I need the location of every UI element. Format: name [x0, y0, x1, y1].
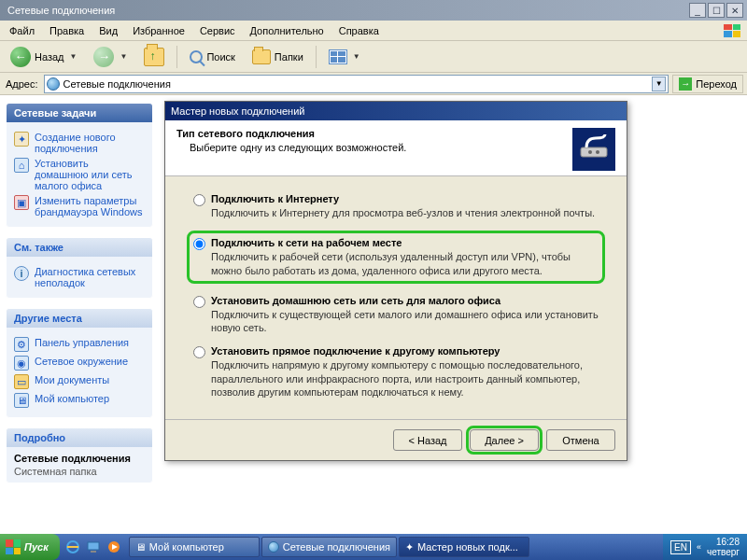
language-indicator[interactable]: EN: [670, 540, 691, 554]
panel-heading: Сетевые задачи: [7, 104, 152, 122]
wizard-icon: ✦: [405, 541, 414, 553]
address-dropdown-button[interactable]: ▼: [652, 77, 666, 91]
windows-flag-icon: [719, 21, 745, 40]
folders-label: Папки: [275, 51, 303, 63]
wizard-header: Тип сетевого подключения Выберите одну и…: [165, 120, 627, 176]
back-button[interactable]: < Назад: [393, 429, 462, 451]
chevron-down-icon: ▼: [70, 52, 78, 61]
cancel-button[interactable]: Отмена: [546, 429, 615, 451]
firewall-icon: ▣: [14, 195, 29, 210]
option-label: Подключить к Интернету: [211, 193, 599, 204]
go-button[interactable]: → Переход: [672, 75, 743, 93]
chevron-down-icon: ▼: [120, 52, 127, 61]
menu-view[interactable]: Вид: [92, 22, 125, 39]
folders-icon: [252, 49, 271, 64]
link-control-panel[interactable]: ⚙ Панель управления: [14, 337, 145, 352]
menu-file[interactable]: Файл: [2, 22, 42, 39]
clock[interactable]: 16:28 четверг: [707, 537, 740, 557]
link-my-documents[interactable]: ▭ Мои документы: [14, 374, 145, 389]
link-label: Диагностика сетевых неполадок: [35, 266, 145, 288]
views-button[interactable]: ▼: [322, 45, 367, 69]
details-name: Сетевые подключения: [14, 453, 145, 464]
go-label: Переход: [696, 78, 737, 90]
wizard-titlebar: Мастер новых подключений: [165, 102, 627, 120]
address-combo[interactable]: Сетевые подключения ▼: [44, 75, 669, 93]
link-network-diagnostics[interactable]: i Диагностика сетевых неполадок: [14, 266, 145, 288]
option-connect-workplace[interactable]: Подключить к сети на рабочем месте Подкл…: [187, 231, 605, 284]
option-desc: Подключить к рабочей сети (используя уда…: [211, 250, 599, 277]
option-label: Установить прямое подключение к другому …: [211, 345, 599, 357]
window-titlebar: Сетевые подключения _ ☐ ✕: [0, 0, 747, 21]
toolbar: ← Назад ▼ → ▼ ↑ Поиск Папки ▼: [0, 41, 747, 73]
ql-media[interactable]: [105, 538, 123, 556]
windows-logo-icon: [6, 539, 21, 554]
address-bar: Адрес: Сетевые подключения ▼ → Переход: [0, 73, 747, 95]
taskbtn-network-connections[interactable]: Сетевые подключения: [261, 537, 397, 557]
ie-icon: [65, 539, 80, 554]
start-button[interactable]: Пуск: [0, 534, 60, 560]
info-icon: i: [14, 266, 29, 281]
forward-button[interactable]: → ▼: [87, 45, 134, 69]
radio-connect-internet[interactable]: [193, 194, 205, 206]
task-buttons: 🖥 Мой компьютер Сетевые подключения ✦ Ма…: [127, 537, 663, 557]
media-icon: [106, 539, 121, 554]
option-desc: Подключить напрямую к другому компьютеру…: [211, 358, 599, 399]
panel-heading: Другие места: [7, 309, 152, 328]
menu-tools[interactable]: Сервис: [192, 22, 243, 39]
menu-help[interactable]: Справка: [331, 22, 387, 39]
link-label: Мой компьютер: [35, 393, 109, 404]
ql-desktop[interactable]: [84, 538, 103, 556]
menu-favorites[interactable]: Избранное: [125, 22, 192, 39]
close-button[interactable]: ✕: [726, 3, 743, 18]
connection-icon: [572, 128, 615, 171]
link-label: Панель управления: [35, 337, 129, 348]
menu-bar: Файл Правка Вид Избранное Сервис Дополни…: [0, 21, 747, 41]
svg-point-1: [588, 150, 592, 154]
option-label: Подключить к сети на рабочем месте: [211, 237, 599, 248]
clock-time: 16:28: [707, 537, 740, 547]
taskbtn-wizard[interactable]: ✦ Мастер новых подк...: [399, 537, 529, 557]
panel-see-also: См. также i Диагностика сетевых неполадо…: [6, 237, 153, 299]
wizard-icon: ✦: [14, 132, 29, 147]
wizard-body: Подключить к Интернету Подключить к Инте…: [165, 176, 627, 419]
option-direct-connection[interactable]: Установить прямое подключение к другому …: [193, 345, 599, 399]
task-firewall-settings[interactable]: ▣ Изменить параметры брандмауэра Windows: [14, 195, 145, 217]
link-network-neighborhood[interactable]: ◉ Сетевое окружение: [14, 356, 145, 371]
tray-expand-icon[interactable]: «: [697, 542, 701, 552]
next-button[interactable]: Далее >: [470, 429, 539, 451]
task-label: Установить домашнюю или сеть малого офис…: [35, 158, 145, 191]
minimize-button[interactable]: _: [689, 3, 706, 18]
computer-icon: 🖥: [14, 393, 29, 408]
network-icon: [47, 77, 60, 91]
taskbtn-my-computer[interactable]: 🖥 Мой компьютер: [129, 537, 260, 557]
back-button[interactable]: ← Назад ▼: [4, 45, 83, 69]
wizard-footer: < Назад Далее > Отмена: [165, 419, 627, 460]
task-label: Создание нового подключения: [35, 132, 145, 154]
link-my-computer[interactable]: 🖥 Мой компьютер: [14, 393, 145, 408]
search-button[interactable]: Поиск: [183, 45, 241, 69]
window-title: Сетевые подключения: [4, 5, 687, 16]
option-setup-home-network[interactable]: Установить домашнюю сеть или сеть для ма…: [193, 295, 599, 335]
go-arrow-icon: →: [679, 77, 692, 91]
menu-extra[interactable]: Дополнительно: [243, 22, 331, 39]
maximize-button[interactable]: ☐: [708, 3, 725, 18]
wizard-heading: Тип сетевого подключения: [176, 128, 572, 139]
radio-setup-home-network[interactable]: [193, 296, 205, 308]
new-connection-wizard: Мастер новых подключений Тип сетевого по…: [164, 101, 627, 461]
radio-direct-connection[interactable]: [193, 346, 205, 358]
task-setup-home-network[interactable]: ⌂ Установить домашнюю или сеть малого оф…: [14, 158, 145, 191]
radio-connect-workplace[interactable]: [193, 238, 205, 250]
details-type: Системная папка: [14, 466, 145, 477]
ql-ie[interactable]: [63, 538, 82, 556]
up-button[interactable]: ↑: [137, 45, 171, 69]
folders-button[interactable]: Папки: [246, 45, 310, 69]
search-icon: [190, 50, 203, 63]
separator: [316, 46, 317, 68]
option-connect-internet[interactable]: Подключить к Интернету Подключить к Инте…: [193, 193, 599, 219]
menu-edit[interactable]: Правка: [42, 22, 92, 39]
folder-up-icon: ↑: [144, 48, 164, 66]
forward-arrow-icon: →: [93, 47, 114, 67]
task-new-connection[interactable]: ✦ Создание нового подключения: [14, 132, 145, 154]
system-tray: EN « 16:28 четверг: [663, 534, 747, 560]
panel-heading: См. также: [7, 238, 152, 257]
